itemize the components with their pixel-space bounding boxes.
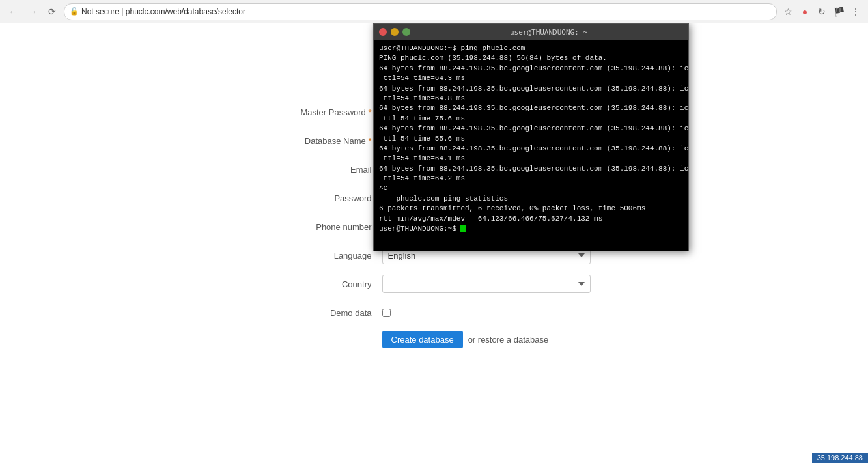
bookmark-button[interactable]: ☆: [781, 5, 795, 19]
terminal-line: rtt min/avg/max/mdev = 64.123/66.466/75.…: [379, 214, 683, 224]
master-password-label: Master Password *: [278, 107, 382, 117]
demo-data-checkbox[interactable]: [382, 309, 391, 317]
browser-chrome: ← → ⟳ 🔓 Not secure | phuclc.com/web/data…: [0, 0, 868, 23]
email-label: Email: [278, 165, 382, 175]
language-label: Language: [278, 251, 382, 260]
security-icon: 🔓: [70, 7, 79, 16]
terminal-line: ttl=54 time=64.8 ms: [379, 94, 683, 104]
url-text: Not secure | phuclc.com/web/database/sel…: [81, 7, 245, 16]
demo-data-group: Demo data: [278, 302, 591, 323]
terminal-line: user@THUANDUONG:~$: [379, 224, 683, 234]
back-button[interactable]: ←: [5, 4, 21, 20]
country-select[interactable]: Vietnam United States: [382, 275, 591, 293]
terminal-line: 64 bytes from 88.244.198.35.bc.googleuse…: [379, 84, 683, 94]
terminal-line: ttl=54 time=64.1 ms: [379, 154, 683, 163]
terminal-body[interactable]: user@THUANDUONG:~$ ping phuclc.comPING p…: [374, 40, 688, 251]
terminal-cursor: [460, 225, 466, 232]
terminal-line: ^C: [379, 184, 683, 193]
terminal-line: --- phuclc.com ping statistics ---: [379, 194, 683, 204]
terminal-line: ttl=54 time=64.3 ms: [379, 74, 683, 83]
country-label: Country: [278, 279, 382, 289]
terminal-line: 64 bytes from 88.244.198.35.bc.googleuse…: [379, 104, 683, 113]
terminal-line: ttl=54 time=75.6 ms: [379, 114, 683, 124]
terminal-line: 64 bytes from 88.244.198.35.bc.googleuse…: [379, 144, 683, 154]
flag-icon: 🏴: [832, 5, 846, 19]
terminal-line: 64 bytes from 88.244.198.35.bc.googleuse…: [379, 124, 683, 133]
password-label: Password: [278, 193, 382, 203]
demo-data-label: Demo data: [278, 308, 382, 318]
profile-button[interactable]: ●: [798, 5, 812, 19]
terminal-line: 64 bytes from 88.244.198.35.bc.googleuse…: [379, 64, 683, 74]
phone-label: Phone number: [278, 222, 382, 232]
terminal-line: user@THUANDUONG:~$ ping phuclc.com: [379, 44, 683, 53]
terminal-maximize-button[interactable]: [402, 28, 410, 36]
ip-status-bar: 35.198.244.88: [812, 453, 868, 463]
menu-button[interactable]: ⋮: [848, 5, 863, 19]
country-group: Country Vietnam United States: [278, 274, 591, 294]
page-content: Master Password * Database Name * Email …: [0, 23, 868, 463]
database-name-label: Database Name *: [278, 136, 382, 146]
reload-button[interactable]: ⟳: [44, 4, 60, 20]
terminal-line: 6 packets transmitted, 6 received, 0% pa…: [379, 204, 683, 214]
browser-actions: ☆ ● ↻ 🏴 ⋮: [781, 5, 863, 19]
terminal-close-button[interactable]: [379, 28, 387, 36]
restore-database-link[interactable]: or restore a database: [468, 335, 549, 344]
terminal-window[interactable]: user@THUANDUONG: ~ user@THUANDUONG:~$ pi…: [373, 23, 689, 251]
address-bar[interactable]: 🔓 Not secure | phuclc.com/web/database/s…: [64, 3, 777, 20]
create-database-button[interactable]: Create database: [382, 331, 463, 348]
terminal-title: user@THUANDUONG: ~: [414, 28, 683, 36]
forward-button[interactable]: →: [25, 4, 40, 20]
terminal-minimize-button[interactable]: [391, 28, 399, 36]
form-actions: Create database or restore a database: [382, 331, 591, 348]
update-button[interactable]: ↻: [815, 5, 829, 19]
terminal-titlebar: user@THUANDUONG: ~: [374, 24, 688, 40]
terminal-line: ttl=54 time=55.6 ms: [379, 134, 683, 144]
terminal-line: ttl=54 time=64.2 ms: [379, 174, 683, 184]
terminal-line: 64 bytes from 88.244.198.35.bc.googleuse…: [379, 164, 683, 174]
terminal-line: PING phuclc.com (35.198.244.88) 56(84) b…: [379, 53, 683, 63]
demo-checkbox-container: [382, 309, 391, 317]
